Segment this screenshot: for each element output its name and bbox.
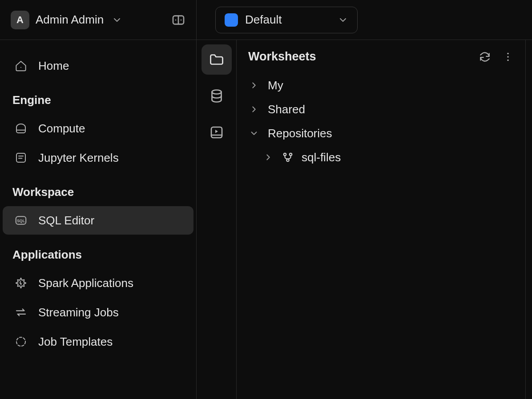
git-branch-icon: [282, 152, 294, 163]
topbar: A Admin Admin Default: [0, 0, 532, 40]
nav-spark-label: Spark Applications: [38, 276, 133, 290]
svg-point-14: [212, 90, 221, 94]
nav-streaming-jobs[interactable]: Streaming Jobs: [3, 298, 193, 327]
templates-icon: [14, 335, 28, 348]
panel-header: Worksheets: [237, 40, 525, 73]
svg-point-2: [175, 19, 177, 20]
refresh-button[interactable]: [479, 51, 491, 63]
home-icon: [14, 59, 28, 72]
svg-point-19: [507, 56, 508, 57]
chevron-down-icon: [248, 128, 260, 138]
svg-point-18: [507, 52, 508, 54]
tree-repositories-label: Repositories: [268, 127, 332, 140]
section-engine-header: Engine: [0, 81, 196, 113]
chevron-right-icon: [248, 80, 260, 90]
sidebar: Home Engine Compute Jupyter Kernels Work…: [0, 40, 197, 399]
book-icon: [209, 124, 225, 140]
project-select[interactable]: Default: [215, 7, 358, 33]
svg-marker-17: [215, 130, 218, 133]
chevron-down-icon: [112, 15, 122, 25]
tree-shared[interactable]: Shared: [241, 97, 521, 121]
editor-area: [526, 40, 532, 399]
nav-job-templates[interactable]: Job Templates: [3, 327, 193, 356]
nav-sql-editor-label: SQL Editor: [38, 214, 94, 227]
chevron-right-icon: [248, 104, 260, 114]
nav-home[interactable]: Home: [3, 52, 193, 80]
nav-templates-label: Job Templates: [38, 335, 113, 349]
nav-spark-applications[interactable]: Spark Applications: [3, 269, 193, 297]
topbar-right: Default: [197, 0, 532, 40]
tree-shared-label: Shared: [268, 103, 305, 116]
more-button[interactable]: [502, 51, 514, 63]
rail-database[interactable]: [202, 81, 232, 111]
worksheets-panel: Worksheets My Shared: [237, 40, 526, 399]
rail-book[interactable]: [202, 117, 232, 148]
section-applications-header: Applications: [0, 235, 196, 268]
user-menu[interactable]: A Admin Admin: [11, 11, 122, 29]
tree-my-label: My: [268, 79, 283, 92]
svg-point-13: [16, 337, 25, 346]
tree-my[interactable]: My: [241, 73, 521, 97]
chevron-down-icon: [338, 15, 348, 25]
tree-repo-item[interactable]: sql-files: [241, 145, 521, 169]
section-workspace-header: Workspace: [0, 173, 196, 205]
svg-point-4: [20, 67, 21, 68]
project-color-swatch: [225, 13, 238, 27]
spark-icon: [14, 276, 28, 290]
database-icon: [209, 88, 225, 104]
jupyter-icon: [14, 151, 28, 164]
nav-compute[interactable]: Compute: [3, 114, 193, 143]
project-name: Default: [245, 13, 282, 27]
nav-sql-editor[interactable]: SQL SQL Editor: [3, 206, 193, 235]
svg-text:SQL: SQL: [17, 219, 25, 223]
svg-point-3: [181, 19, 182, 20]
worksheets-tree: My Shared Repositories: [237, 73, 525, 169]
secondary-rail: [197, 40, 237, 399]
nav-jupyter[interactable]: Jupyter Kernels: [3, 144, 193, 172]
svg-point-20: [507, 59, 508, 60]
nav-streaming-label: Streaming Jobs: [38, 306, 119, 319]
nav-compute-label: Compute: [38, 122, 85, 136]
panel-title: Worksheets: [248, 50, 316, 64]
user-name: Admin Admin: [36, 13, 104, 27]
svg-rect-6: [16, 153, 25, 162]
layout: Home Engine Compute Jupyter Kernels Work…: [0, 40, 532, 399]
svg-rect-15: [211, 127, 222, 138]
avatar: A: [11, 11, 29, 29]
topbar-left: A Admin Admin: [0, 0, 197, 40]
nav-home-label: Home: [38, 59, 69, 73]
nav-jupyter-label: Jupyter Kernels: [38, 151, 119, 165]
streaming-icon: [14, 306, 28, 319]
sql-icon: SQL: [14, 214, 28, 227]
tree-repositories[interactable]: Repositories: [241, 121, 521, 145]
compute-icon: [14, 122, 28, 135]
tree-repo-item-label: sql-files: [302, 151, 341, 164]
layout-toggle-icon[interactable]: [171, 13, 185, 27]
rail-folder[interactable]: [202, 44, 232, 75]
chevron-right-icon: [262, 152, 274, 162]
panel-actions: [479, 51, 514, 63]
folder-icon: [209, 52, 225, 68]
